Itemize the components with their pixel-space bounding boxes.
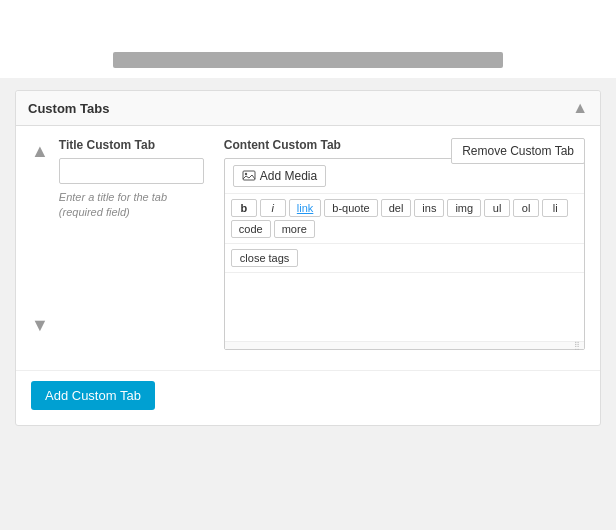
title-field-hint: Enter a title for the tab (required fiel… [59, 190, 204, 221]
format-bold-button[interactable]: b [231, 199, 257, 217]
move-down-button[interactable]: ▼ [31, 316, 49, 334]
editor-toolbar-format: b i link b-quote del ins img ul ol li co… [225, 194, 584, 244]
add-media-label: Add Media [260, 169, 317, 183]
card-title: Custom Tabs [28, 101, 109, 116]
format-del-button[interactable]: del [381, 199, 412, 217]
format-link-button[interactable]: link [289, 199, 322, 217]
content-column: Content Custom Tab Add Media [224, 138, 585, 350]
svg-point-1 [245, 173, 247, 175]
content-textarea[interactable] [225, 273, 584, 341]
custom-tabs-card: Custom Tabs ▲ Remove Custom Tab ▲ ▼ Titl… [15, 90, 601, 426]
card-body: Remove Custom Tab ▲ ▼ Title Custom Tab E… [16, 126, 600, 365]
format-ins-button[interactable]: ins [414, 199, 444, 217]
reorder-arrows: ▲ ▼ [31, 138, 49, 338]
format-more-button[interactable]: more [274, 220, 315, 238]
add-custom-tab-button[interactable]: Add Custom Tab [31, 381, 155, 410]
add-media-button[interactable]: Add Media [233, 165, 326, 187]
title-field-label: Title Custom Tab [59, 138, 204, 152]
close-tags-button[interactable]: close tags [231, 249, 299, 267]
card-footer: Add Custom Tab [16, 370, 600, 425]
format-li-button[interactable]: li [542, 199, 568, 217]
svg-rect-0 [243, 171, 255, 180]
editor-toolbar-top: Add Media [225, 159, 584, 194]
format-img-button[interactable]: img [447, 199, 481, 217]
format-code-button[interactable]: code [231, 220, 271, 238]
format-bquote-button[interactable]: b-quote [324, 199, 377, 217]
editor-resize-handle: ⣿ [225, 341, 584, 349]
title-column: Title Custom Tab Enter a title for the t… [59, 138, 204, 350]
content-editor: Add Media b i link b-quote del ins img u… [224, 158, 585, 350]
top-banner: U OM [0, 0, 616, 78]
move-up-button[interactable]: ▲ [31, 142, 49, 160]
format-italic-button[interactable]: i [260, 199, 286, 217]
remove-custom-tab-button[interactable]: Remove Custom Tab [451, 138, 585, 164]
resize-icon: ⣿ [574, 341, 580, 350]
editor-toolbar-extra: close tags [225, 244, 584, 273]
banner-title: U OM [0, 20, 616, 46]
format-ol-button[interactable]: ol [513, 199, 539, 217]
card-header: Custom Tabs ▲ [16, 91, 600, 126]
format-ul-button[interactable]: ul [484, 199, 510, 217]
banner-subtitle [113, 52, 503, 68]
title-custom-tab-input[interactable] [59, 158, 204, 184]
collapse-icon[interactable]: ▲ [572, 99, 588, 117]
add-media-icon [242, 169, 256, 183]
